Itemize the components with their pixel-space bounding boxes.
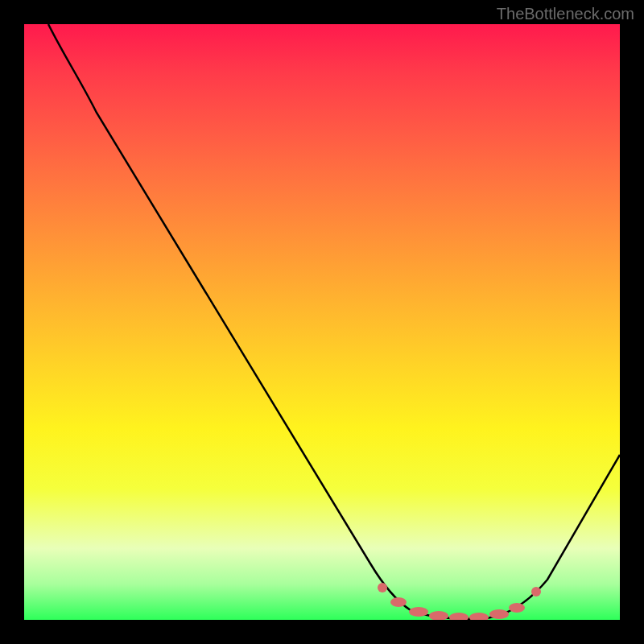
chart-svg (24, 24, 620, 620)
marker-dot (469, 613, 489, 620)
marker-group (378, 583, 541, 620)
marker-dot (409, 607, 428, 617)
watermark-text: TheBottleneck.com (497, 5, 634, 23)
marker-dot (489, 609, 509, 619)
marker-dot (531, 587, 541, 597)
marker-dot (509, 603, 525, 613)
marker-dot (429, 611, 448, 620)
marker-dot (378, 583, 387, 592)
plot-area (24, 24, 620, 620)
marker-dot (449, 613, 469, 620)
marker-dot (390, 597, 407, 607)
main-curve (48, 24, 620, 619)
